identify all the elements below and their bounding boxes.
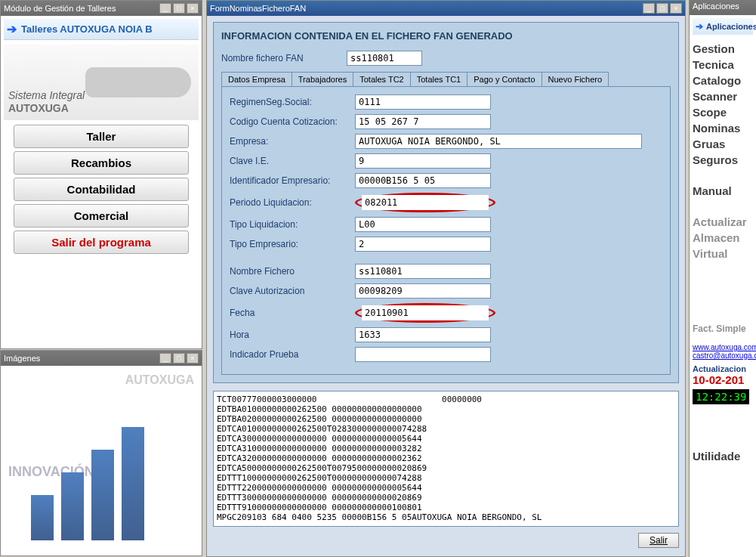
tab-trabajadores[interactable]: Trabajadores: [292, 72, 353, 86]
taller-button[interactable]: Taller: [14, 125, 189, 148]
maximize-button[interactable]: □: [656, 3, 668, 14]
regimen-label: RegimenSeg.Social:: [230, 97, 350, 107]
apps-body: ➔ Aplicaciones Gestion Tecnica Catalogo …: [690, 15, 756, 466]
tipoliq-input[interactable]: [355, 217, 491, 232]
hora-label: Hora: [230, 330, 350, 340]
app-gestion[interactable]: Gestion: [693, 41, 753, 57]
tab-totales-tc2[interactable]: Totales TC2: [353, 72, 411, 86]
images-title-bar[interactable]: Imágenes _ □ ×: [1, 351, 202, 366]
highlight-circle-icon: [355, 303, 495, 323]
close-button[interactable]: ×: [187, 3, 199, 14]
wrench-icon: [85, 67, 191, 97]
autoxuga-brand: AUTOXUGA: [8, 102, 69, 114]
email-link[interactable]: castro@autoxuga.com: [693, 351, 753, 360]
clock-display: 12:22:39: [693, 389, 749, 404]
periodo-label: Periodo Liquidacion:: [230, 197, 350, 208]
fecha-input[interactable]: [362, 305, 489, 320]
talleres-text: Talleres AUTOXUGA NOIA B: [21, 23, 153, 35]
actualizacion-label: Actualizacion: [693, 364, 753, 373]
nomfic-input[interactable]: [355, 264, 491, 279]
app-nominas[interactable]: Nominas: [693, 120, 753, 136]
module-title: Módulo de Gestión de Talleres: [4, 4, 116, 13]
talleres-header: ➔ Talleres AUTOXUGA NOIA B: [4, 19, 199, 40]
fecha-label: Fecha: [230, 308, 350, 318]
autoxuga-watermark: AUTOXUGA: [125, 373, 194, 387]
ident-input[interactable]: [355, 173, 491, 188]
nombre-fichero-label: Nombre fichero FAN: [221, 53, 342, 63]
empresa-label: Empresa:: [230, 136, 350, 147]
tab-content: RegimenSeg.Social: Codigo Cuenta Cotizac…: [221, 86, 671, 375]
claveie-label: Clave I.E.: [230, 156, 350, 166]
tipoemp-input[interactable]: [355, 237, 491, 252]
app-scope[interactable]: Scope: [693, 104, 753, 120]
tab-datos-empresa[interactable]: Datos Empresa: [221, 72, 292, 86]
utilidade-label[interactable]: Utilidade: [693, 450, 753, 463]
indprueba-input[interactable]: [355, 347, 491, 362]
left-body: ➔ Talleres AUTOXUGA NOIA B Sistema Integ…: [1, 16, 202, 348]
sistema-text: Sistema Integral: [8, 90, 85, 101]
app-scanner[interactable]: Scanner: [693, 88, 753, 104]
empresa-input[interactable]: [355, 134, 642, 149]
minimize-button[interactable]: _: [159, 353, 171, 364]
form-title: FormNominasFicheroFAN: [210, 4, 306, 13]
hora-input[interactable]: [355, 327, 491, 342]
tab-totales-tc1[interactable]: Totales TC1: [410, 72, 468, 86]
app-catalogo[interactable]: Catalogo: [693, 73, 753, 88]
tab-pago-contacto[interactable]: Pago y Contacto: [467, 72, 542, 86]
close-button[interactable]: ×: [187, 353, 199, 364]
claveie-input[interactable]: [355, 153, 491, 169]
indprueba-label: Indicador Prueba: [230, 349, 350, 360]
web-link[interactable]: www.autoxuga.com: [693, 343, 753, 351]
minimize-button[interactable]: _: [159, 3, 171, 14]
claveaut-label: Clave Autorizacion: [230, 286, 350, 296]
center-body: INFORMACION CONTENIDA EN EL FICHERO FAN …: [207, 16, 685, 556]
claveaut-input[interactable]: [355, 283, 491, 299]
form-nominas-window: FormNominasFicheroFAN _ □ × INFORMACION …: [206, 0, 686, 557]
maximize-button[interactable]: □: [173, 353, 185, 364]
tab-bar: Datos Empresa Trabajadores Totales TC2 T…: [221, 72, 671, 86]
app-actualizar[interactable]: Actualizar: [693, 214, 753, 230]
highlight-circle-icon: [355, 193, 495, 212]
apps-header-text: Aplicaciones: [706, 22, 756, 31]
branding-image: Sistema Integral AUTOXUGA: [4, 45, 199, 120]
apps-window: Aplicaciones ➔ Aplicaciones Gestion Tecn…: [689, 0, 756, 557]
nomfic-label: Nombre Fichero: [230, 266, 350, 277]
ident-label: Identificador Empresario:: [230, 175, 350, 186]
apps-header: ➔ Aplicaciones: [693, 18, 753, 35]
codigo-input[interactable]: [355, 114, 491, 129]
nombre-fichero-input[interactable]: [347, 51, 422, 66]
app-manual[interactable]: Manual: [693, 183, 753, 199]
left-title-bar[interactable]: Módulo de Gestión de Talleres _ □ ×: [1, 1, 202, 16]
app-virtual[interactable]: Virtual: [693, 246, 753, 261]
app-almacen[interactable]: Almacen: [693, 230, 753, 246]
panel-title: INFORMACION CONTENIDA EN EL FICHERO FAN …: [221, 30, 671, 42]
center-title-bar[interactable]: FormNominasFicheroFAN _ □ ×: [207, 1, 685, 16]
tab-nuevo-fichero[interactable]: Nuevo Fichero: [542, 72, 609, 86]
images-window: Imágenes _ □ × AUTOXUGA INNOVACIÓN: [0, 350, 202, 556]
minimize-button[interactable]: _: [643, 3, 655, 14]
images-body: AUTOXUGA INNOVACIÓN: [1, 366, 202, 555]
app-seguros[interactable]: Seguros: [693, 152, 753, 168]
maximize-button[interactable]: □: [173, 3, 185, 14]
app-tecnica[interactable]: Tecnica: [693, 57, 753, 73]
codigo-label: Codigo Cuenta Cotizacion:: [230, 116, 350, 127]
regimen-input[interactable]: [355, 94, 491, 110]
fact-simple[interactable]: Fact. Simple: [693, 322, 753, 336]
close-button[interactable]: ×: [670, 3, 682, 14]
periodo-input[interactable]: [362, 195, 489, 210]
arrow-right-icon: ➔: [7, 22, 17, 36]
contabilidad-button[interactable]: Contabilidad: [14, 178, 189, 201]
app-gruas[interactable]: Gruas: [693, 136, 753, 152]
apps-title-bar[interactable]: Aplicaciones: [690, 0, 756, 15]
actualizacion-date: 10-02-201: [693, 373, 753, 386]
chart-icon: [31, 427, 144, 540]
comercial-button[interactable]: Comercial: [14, 204, 189, 227]
salir-button[interactable]: Salir: [638, 533, 679, 548]
raw-text-output[interactable]: TCT00777000003000000 00000000 EDTBA01000…: [213, 391, 679, 527]
apps-title: Aplicaciones: [693, 2, 739, 11]
module-window: Módulo de Gestión de Talleres _ □ × ➔ Ta…: [0, 0, 202, 349]
recambios-button[interactable]: Recambios: [14, 151, 189, 175]
images-title: Imágenes: [4, 354, 40, 363]
salir-programa-button[interactable]: Salir del programa: [14, 231, 189, 254]
info-panel: INFORMACION CONTENIDA EN EL FICHERO FAN …: [213, 22, 679, 383]
